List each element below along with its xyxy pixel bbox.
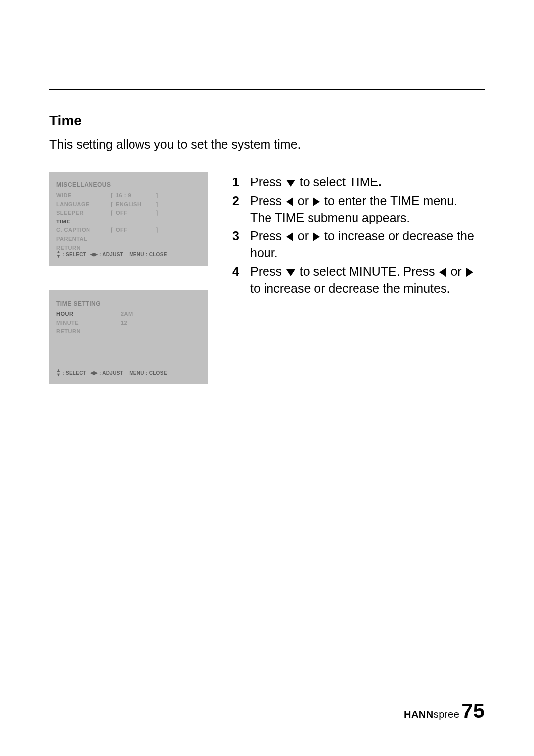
brand-logo: HANNspree [404, 709, 459, 720]
brand-bold: HANN [404, 709, 434, 720]
osd-row-time: TIME [56, 218, 201, 226]
divider-line [49, 89, 485, 90]
footer-select: : SELECT [62, 251, 86, 258]
osd-value: ENGLISH [116, 200, 153, 209]
osd-label: PARENTAL [56, 235, 111, 244]
osd-row-parental: PARENTAL [56, 235, 201, 244]
step-text: Press [250, 265, 285, 278]
updown-arrow-icon: ▲▼ [56, 368, 61, 377]
osd-row-minute: MINUTE 12 [56, 319, 201, 328]
step-text: Press [250, 175, 285, 189]
osd-label: SLEEPER [56, 209, 111, 218]
bracket-right-icon: ⌉ [153, 200, 158, 209]
step-2: 2 Press or to enter the TIME menu. The T… [232, 193, 485, 226]
osd-row-language: LANGUAGE ⌈ ENGLISH ⌉ [56, 200, 201, 209]
bracket-right-icon: ⌉ [153, 209, 158, 218]
osd-footer: ▲▼ : SELECT ◀▶ : ADJUST MENU : CLOSE [56, 368, 201, 377]
step-number: 1 [232, 174, 250, 191]
step-text: The TIME submenu appears. [250, 211, 410, 224]
step-text: Press [250, 194, 285, 208]
footer-select: : SELECT [62, 369, 86, 377]
osd-label: TIME [56, 218, 111, 226]
instruction-steps: 1 Press to select TIME. 2 Press or [232, 174, 485, 297]
bracket-left-icon: ⌈ [111, 200, 116, 209]
osd-row-return: RETURN [56, 327, 201, 336]
step-number: 4 [232, 264, 250, 297]
bracket-left-icon: ⌈ [111, 209, 116, 218]
bracket-right-icon: ⌉ [153, 226, 158, 235]
step-text: to select MINUTE. Press [300, 265, 439, 278]
right-arrow-icon [466, 268, 473, 277]
step-text: to select TIME [300, 175, 378, 189]
leftright-arrow-icon: ◀▶ [90, 371, 98, 375]
bracket-left-icon: ⌈ [111, 191, 116, 200]
right-arrow-icon [313, 197, 320, 206]
osd-miscellaneous-menu: MISCELLANEOUS WIDE ⌈ 16 : 9 ⌉ LANGUAGE ⌈… [49, 172, 208, 266]
osd-value: 2AM [121, 310, 158, 319]
step-number: 3 [232, 228, 250, 262]
osd-value: OFF [116, 226, 153, 235]
step-number: 2 [232, 193, 250, 226]
brand-light: spree [434, 709, 460, 720]
leftright-arrow-icon: ◀▶ [90, 252, 98, 257]
footer-menu: MENU : CLOSE [129, 369, 167, 377]
osd-title: TIME SETTING [56, 299, 201, 308]
osd-label: MINUTE [56, 319, 121, 328]
step-text: or [298, 194, 312, 208]
osd-time-setting-menu: TIME SETTING HOUR 2AM MINUTE 12 RETURN ▲… [49, 290, 208, 384]
osd-value: OFF [116, 209, 153, 218]
step-text: . [378, 175, 382, 189]
step-text: or [298, 229, 312, 243]
osd-row-hour: HOUR 2AM [56, 310, 201, 319]
step-4: 4 Press to select MINUTE. Press or to in… [232, 264, 485, 297]
footer-adjust: : ADJUST [99, 251, 123, 258]
step-1: 1 Press to select TIME. [232, 174, 485, 191]
step-3: 3 Press or to increase or decrease the h… [232, 228, 485, 262]
osd-footer: ▲▼ : SELECT ◀▶ : ADJUST MENU : CLOSE [56, 250, 201, 259]
section-description: This setting allows you to set the syste… [49, 137, 485, 152]
step-text: to increase or decrease the minutes. [250, 281, 450, 295]
updown-arrow-icon: ▲▼ [56, 250, 61, 259]
right-arrow-icon [313, 232, 320, 241]
osd-label: WIDE [56, 191, 111, 200]
osd-label: LANGUAGE [56, 200, 111, 209]
osd-row-wide: WIDE ⌈ 16 : 9 ⌉ [56, 191, 201, 200]
step-text: or [450, 265, 465, 278]
osd-row-caption: C. CAPTION ⌈ OFF ⌉ [56, 226, 201, 235]
osd-label: C. CAPTION [56, 226, 111, 235]
osd-label: HOUR [56, 310, 121, 319]
page-number: 75 [461, 701, 485, 721]
osd-value: 16 : 9 [116, 191, 153, 200]
osd-value: 12 [121, 319, 158, 328]
left-arrow-icon [439, 268, 446, 277]
left-arrow-icon [286, 197, 293, 206]
down-arrow-icon [286, 180, 295, 187]
osd-row-sleeper: SLEEPER ⌈ OFF ⌉ [56, 209, 201, 218]
bracket-left-icon: ⌈ [111, 226, 116, 235]
step-text: Press [250, 229, 285, 243]
section-title: Time [49, 113, 485, 129]
footer-adjust: : ADJUST [99, 369, 123, 377]
osd-title: MISCELLANEOUS [56, 180, 201, 189]
step-text: to enter the TIME menu. [324, 194, 457, 208]
bracket-right-icon: ⌉ [153, 191, 158, 200]
page-footer: HANNspree 75 [404, 701, 485, 721]
osd-label: RETURN [56, 327, 111, 336]
left-arrow-icon [286, 232, 293, 241]
footer-menu: MENU : CLOSE [129, 251, 167, 258]
down-arrow-icon [286, 269, 295, 276]
